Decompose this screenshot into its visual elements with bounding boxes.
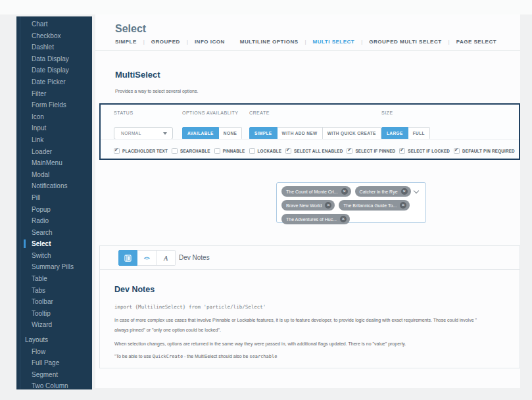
sidebar-item-loader[interactable]: Loader [16, 146, 92, 158]
sidebar-item-search[interactable]: Search [16, 227, 92, 239]
sidebar-item-radio[interactable]: Radio [16, 215, 92, 227]
create-option-with-quick-create[interactable]: WITH QUICK CREATE [323, 127, 381, 139]
props-view-button[interactable]: A [157, 250, 176, 266]
sidebar-item-label: MainMenu [32, 159, 62, 166]
availability-option-none[interactable]: NONE [219, 127, 242, 139]
tab-multi-select[interactable]: MULTI SELECT [313, 39, 355, 45]
checkbox-default-pin-required[interactable]: DEFAULT PIN REQUIRED [454, 148, 515, 154]
tab-page-select[interactable]: PAGE SELECT [456, 39, 496, 45]
size-option-large[interactable]: LARGE [381, 127, 408, 139]
checkbox-lockable[interactable]: LOCKABLE [249, 148, 282, 154]
sidebar-item-input[interactable]: Input [16, 122, 92, 134]
sidebar-item-label: Wizard [32, 321, 52, 328]
sidebar-item-chart[interactable]: Chart [16, 18, 92, 30]
sidebar-item-icon[interactable]: Icon [16, 111, 92, 123]
code-view-button[interactable]: <> [137, 250, 157, 266]
sidebar-item-label: Radio [32, 217, 49, 224]
italic-a-icon: A [164, 255, 168, 262]
notes-view-button[interactable] [118, 250, 137, 266]
sidebar-item-flow[interactable]: Flow [16, 346, 92, 358]
tab-info-icon[interactable]: INFO ICON [195, 39, 225, 45]
remove-tag-icon[interactable]: × [401, 188, 408, 195]
devnotes-tab-label: Dev Notes [179, 254, 210, 261]
availability-option-available[interactable]: AVAILABLE [182, 127, 219, 139]
sidebar-item-switch[interactable]: Switch [16, 250, 92, 262]
availability-label: OPTIONS AVAILABLITY [182, 111, 239, 115]
sidebar-item-table[interactable]: Table [16, 273, 92, 285]
selected-tag[interactable]: The Britannica Guide To...× [339, 200, 410, 211]
sidebar-item-tabs[interactable]: Tabs [16, 285, 92, 297]
import-statement: import {MultilineSelect} from 'particle/… [114, 304, 266, 310]
checkbox-select-if-pinned[interactable]: SELECT IF PINNED [347, 148, 395, 154]
sidebar-item-form-fields[interactable]: Form Fields [16, 99, 92, 111]
sidebar-item-date-picker[interactable]: Date Picker [16, 76, 92, 88]
tab-grouped[interactable]: GROUPED [151, 39, 180, 45]
multiselect-preview[interactable]: The Count of Monte Cri...× Catcher in th… [276, 182, 426, 223]
paragraph-text: "To be able to use [114, 354, 153, 359]
sidebar-item-label: Icon [32, 113, 44, 120]
checkbox-label: SELECT ALL ENABLED [294, 149, 343, 153]
sidebar-item-pill[interactable]: Pill [16, 192, 92, 204]
checkbox-label: SEARCHABLE [180, 149, 210, 153]
sidebar-item-modal[interactable]: Modal [16, 169, 92, 181]
selected-tag[interactable]: Catcher in the Rye× [355, 186, 411, 197]
sidebar-item-checkbox[interactable]: Checkbox [16, 30, 92, 42]
create-option-with-add-new[interactable]: WITH ADD NEW [278, 127, 323, 139]
tab-simple[interactable]: SIMPLE [115, 39, 137, 45]
checkbox-icon[interactable] [114, 148, 120, 154]
sidebar-item-notifications[interactable]: Notifications [16, 180, 92, 192]
sidebar-item-wizard[interactable]: Wizard [16, 319, 92, 331]
tab-multiline-options[interactable]: MULTILINE OPTIONS [240, 39, 299, 45]
checkbox-label: SELECT IF PINNED [355, 149, 395, 153]
availability-options: AVAILABLE NONE [182, 127, 242, 139]
sidebar-item-label: Summary Pills [32, 263, 74, 270]
remove-tag-icon[interactable]: × [325, 202, 331, 209]
checkbox-icon[interactable] [285, 148, 291, 154]
checkbox-icon[interactable] [347, 148, 352, 154]
checkbox-select-all-enabled[interactable]: SELECT ALL ENABLED [285, 148, 343, 154]
tab-grouped-multi-select[interactable]: GROUPED MULTI SELECT [369, 39, 441, 45]
sidebar-item-two-column[interactable]: Two Column [16, 380, 92, 389]
sidebar-item-select[interactable]: Select [16, 238, 92, 250]
checkbox-icon[interactable] [399, 148, 405, 154]
sidebar-section-layouts: Layouts [16, 334, 92, 346]
remove-tag-icon[interactable]: × [400, 202, 406, 209]
sidebar-item-link[interactable]: Link [16, 134, 92, 146]
tag-label: The Count of Monte Cri... [286, 189, 338, 194]
checkbox-icon[interactable] [249, 148, 255, 154]
tag-row: Brave New World× The Britannica Guide To… [281, 200, 421, 211]
selected-tag[interactable]: The Adventures of Huc...× [281, 214, 350, 224]
sidebar-item-popup[interactable]: Popup [16, 204, 92, 216]
sidebar-item-tooltip[interactable]: Tooltip [16, 308, 92, 320]
checkbox-icon[interactable] [454, 148, 460, 154]
checkbox-pinnable[interactable]: PINNABLE [214, 148, 245, 154]
sidebar-item-date-display[interactable]: Date Display [16, 64, 92, 76]
checkbox-select-if-locked[interactable]: SELECT IF LOCKED [399, 148, 450, 154]
sidebar-item-mainmenu[interactable]: MainMenu [16, 157, 92, 169]
sidebar-item-toolbar[interactable]: Toolbar [16, 296, 92, 308]
sidebar-item-dashlet[interactable]: Dashlet [16, 41, 92, 53]
create-option-simple[interactable]: SIMPLE [249, 127, 278, 139]
sidebar-item-full-page[interactable]: Full Page [16, 357, 92, 369]
status-select[interactable]: NORMAL [114, 127, 173, 139]
page-title: Select [115, 23, 146, 35]
checkbox-placeholder-text[interactable]: PLACEHOLDER TEXT [114, 148, 168, 154]
knob-create: CREATE SIMPLE WITH ADD NEW WITH QUICK CR… [249, 111, 270, 115]
selected-tag[interactable]: The Count of Monte Cri...× [281, 186, 351, 197]
sidebar-item-filter[interactable]: Filter [16, 88, 92, 100]
sidebar-item-segment[interactable]: Segment [16, 369, 92, 381]
sidebar-item-data-display[interactable]: Data Display [16, 53, 92, 65]
size-option-full[interactable]: FULL [408, 127, 430, 139]
sidebar: Chart Checkbox Dashlet Data Display Date… [16, 16, 92, 389]
tab-separator: | [187, 39, 188, 45]
knobs-panel: STATUS NORMAL OPTIONS AVAILABLITY AVAILA… [99, 103, 520, 160]
checkbox-searchable[interactable]: SEARCHABLE [172, 148, 210, 154]
sidebar-item-summary-pills[interactable]: Summary Pills [16, 261, 92, 273]
remove-tag-icon[interactable]: × [340, 216, 347, 222]
selected-tag[interactable]: Brave New World× [281, 200, 335, 211]
checkbox-icon[interactable] [214, 148, 220, 154]
remove-tag-icon[interactable]: × [341, 188, 348, 195]
sidebar-item-label: Tabs [32, 287, 45, 294]
checkbox-icon[interactable] [172, 148, 178, 154]
sidebar-item-label: Loader [32, 148, 52, 155]
